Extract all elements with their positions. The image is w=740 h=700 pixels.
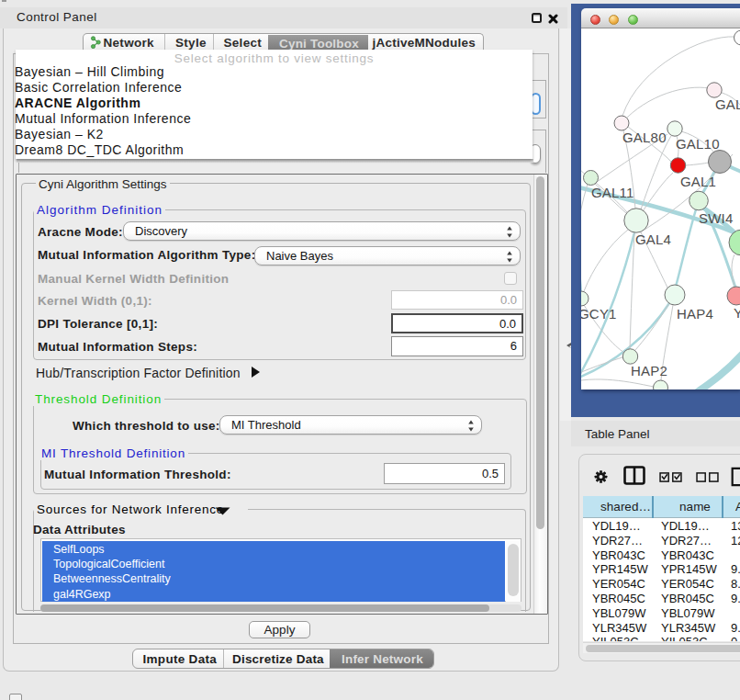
svg-text:GAL80: GAL80 (622, 130, 667, 145)
svg-text:GAL7: GAL7 (715, 96, 740, 112)
svg-text:YD: YD (734, 305, 740, 321)
svg-text:GAL10: GAL10 (676, 136, 720, 152)
svg-text:HAP4: HAP4 (677, 306, 713, 322)
svg-text:SWI4: SWI4 (699, 210, 733, 226)
svg-text:GAL11: GAL11 (591, 185, 634, 200)
svg-text:GAL4: GAL4 (635, 231, 671, 247)
svg-text:GCY1: GCY1 (581, 306, 617, 322)
svg-text:GAL1: GAL1 (680, 174, 716, 189)
svg-text:HAP2: HAP2 (631, 363, 667, 378)
